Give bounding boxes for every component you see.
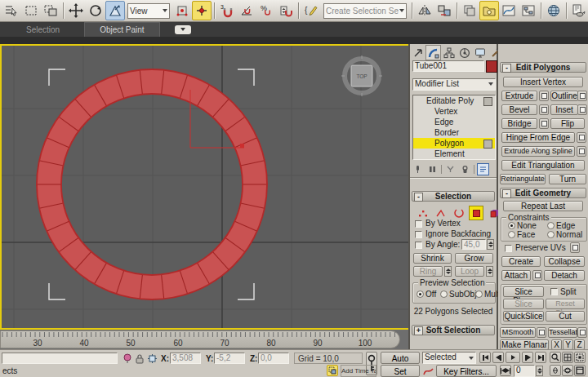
schematic-view-icon[interactable] — [519, 1, 538, 20]
selection-lock-icon[interactable] — [133, 353, 145, 365]
by-vertex-checkbox[interactable] — [415, 220, 422, 228]
create-button[interactable]: Create — [501, 256, 541, 267]
layer-manager-icon[interactable] — [460, 1, 479, 20]
select-and-manipulate-icon[interactable] — [192, 1, 212, 20]
preserve-uvs-checkbox[interactable] — [505, 245, 512, 252]
time-slider-track[interactable]: 30 40 50 60 70 80 90 100 — [0, 330, 408, 349]
bridge-settings-icon[interactable] — [539, 118, 549, 129]
edit-named-selection-sets-icon[interactable]: { — [301, 1, 321, 20]
motion-tab[interactable] — [457, 45, 472, 60]
slice-button[interactable]: Slice — [503, 299, 544, 309]
rectangular-selection-region-icon[interactable] — [21, 1, 41, 20]
set-key-button[interactable]: Set Key — [381, 365, 420, 377]
select-and-scale-icon[interactable] — [105, 1, 125, 20]
select-and-move-icon[interactable] — [66, 1, 86, 20]
retriangulate-button[interactable]: Retriangulate — [500, 174, 546, 184]
absolute-mode-toggle-icon[interactable] — [146, 353, 158, 365]
by-angle-checkbox[interactable] — [415, 242, 422, 249]
attach-settings-icon[interactable] — [532, 270, 542, 281]
preview-subobj-radio[interactable] — [440, 291, 448, 298]
insert-vertex-button[interactable]: Insert Vertex — [503, 77, 583, 87]
edit-triangulation-button[interactable]: Edit Triangulation — [501, 160, 585, 171]
cut-button[interactable]: Cut — [546, 311, 585, 322]
make-unique-icon[interactable] — [444, 163, 457, 175]
stack-onoff-icon[interactable] — [483, 97, 492, 106]
split-checkbox[interactable] — [550, 288, 558, 295]
edit-geometry-rollout-header[interactable]: -Edit Geometry — [500, 188, 586, 198]
extrude-button[interactable]: Extrude — [501, 91, 537, 101]
current-frame-field[interactable]: 0 — [514, 365, 535, 377]
inset-button[interactable]: Inset — [550, 104, 578, 115]
angle-snap-toggle-icon[interactable] — [237, 1, 256, 20]
status-line-field[interactable] — [2, 353, 118, 364]
object-color-swatch[interactable] — [486, 60, 497, 73]
by-angle-field[interactable]: 45,0 — [461, 239, 486, 250]
select-and-rotate-icon[interactable] — [86, 1, 105, 20]
ribbon-tab-object-paint[interactable]: Object Paint — [84, 22, 159, 37]
extrude-along-spline-settings-icon[interactable] — [577, 146, 586, 157]
reference-coordinate-dropdown[interactable]: View — [127, 3, 170, 19]
stack-item-vertex[interactable]: Vertex — [413, 106, 495, 117]
viewport-top[interactable]: TOP — [0, 44, 410, 330]
bevel-settings-icon[interactable] — [539, 104, 549, 115]
tessellate-settings-icon[interactable] — [577, 327, 587, 338]
quickslice-button[interactable]: QuickSlice — [503, 311, 544, 322]
inset-settings-icon[interactable] — [577, 104, 587, 115]
crossing-selection-toggle-icon[interactable] — [327, 365, 338, 376]
zoom-all-icon[interactable] — [562, 352, 573, 363]
collapse-toggle[interactable]: - — [414, 193, 423, 202]
bevel-button[interactable]: Bevel — [501, 104, 537, 115]
previous-frame-icon[interactable] — [492, 352, 504, 363]
next-frame-icon[interactable] — [522, 352, 533, 363]
add-time-tag[interactable]: Add Time Tag — [341, 365, 376, 377]
expand-toggle[interactable]: + — [414, 326, 423, 335]
collapse-toggle[interactable]: - — [502, 189, 511, 198]
orbit-icon[interactable] — [562, 365, 573, 376]
play-animation-icon[interactable] — [506, 352, 520, 363]
auto-key-button[interactable]: Auto Key — [381, 352, 420, 364]
show-end-result-icon[interactable] — [426, 163, 439, 175]
constraint-face-radio[interactable] — [508, 231, 515, 238]
named-selection-set-dropdown[interactable]: Create Selection Se — [323, 3, 407, 19]
preview-multi-radio[interactable] — [475, 291, 483, 298]
spinner-snap-toggle-icon[interactable] — [276, 1, 296, 20]
display-tab[interactable] — [472, 45, 488, 60]
msmooth-button[interactable]: MSmooth — [500, 327, 536, 338]
curve-editor-icon[interactable] — [499, 1, 519, 20]
render-setup-icon[interactable] — [569, 1, 588, 20]
create-tab[interactable] — [410, 45, 425, 60]
collapse-toggle[interactable]: - — [502, 64, 511, 73]
preview-off-radio[interactable] — [416, 291, 424, 298]
go-to-end-icon[interactable] — [535, 352, 546, 363]
stack-item-element[interactable]: Element — [413, 149, 495, 159]
stack-item-border[interactable]: Border — [413, 127, 495, 138]
mirror-icon[interactable] — [415, 1, 434, 20]
outline-settings-icon[interactable] — [577, 91, 587, 101]
shrink-button[interactable]: Shrink — [413, 253, 452, 264]
modifier-stack[interactable]: Editable Poly Vertex Edge Border Polygon… — [412, 95, 496, 160]
detach-button[interactable]: Detach — [544, 270, 585, 281]
viewcube[interactable]: TOP — [341, 55, 382, 96]
time-context-dropdown[interactable]: Selected — [422, 352, 476, 364]
stack-item-polygon[interactable]: Polygon — [413, 138, 495, 149]
window-crossing-toggle-icon[interactable] — [41, 1, 60, 20]
zoom-extents-icon[interactable] — [574, 352, 586, 363]
key-tangents-icon[interactable] — [422, 366, 434, 377]
msmooth-settings-icon[interactable] — [537, 327, 546, 338]
configure-modifier-sets-icon[interactable] — [477, 163, 489, 175]
key-mode-toggle-icon[interactable] — [500, 365, 511, 376]
percent-snap-toggle-icon[interactable]: % — [256, 1, 276, 20]
zoom-icon[interactable] — [550, 352, 561, 363]
maximize-viewport-icon[interactable] — [574, 365, 586, 376]
snaps-toggle-icon[interactable]: 3 — [217, 1, 237, 20]
frame-spinner[interactable] — [536, 366, 543, 376]
constraint-none-radio[interactable] — [508, 222, 515, 229]
polygon-subobject-icon[interactable] — [469, 206, 483, 220]
constraint-edge-radio[interactable] — [547, 222, 555, 229]
ignore-backfacing-checkbox[interactable] — [415, 231, 422, 238]
ring-button[interactable]: Ring — [413, 266, 443, 277]
extrude-along-spline-button[interactable]: Extrude Along Spline — [501, 146, 575, 157]
outline-button[interactable]: Outline — [550, 91, 578, 101]
turn-button[interactable]: Turn — [549, 174, 586, 184]
attach-button[interactable]: Attach — [501, 270, 531, 281]
